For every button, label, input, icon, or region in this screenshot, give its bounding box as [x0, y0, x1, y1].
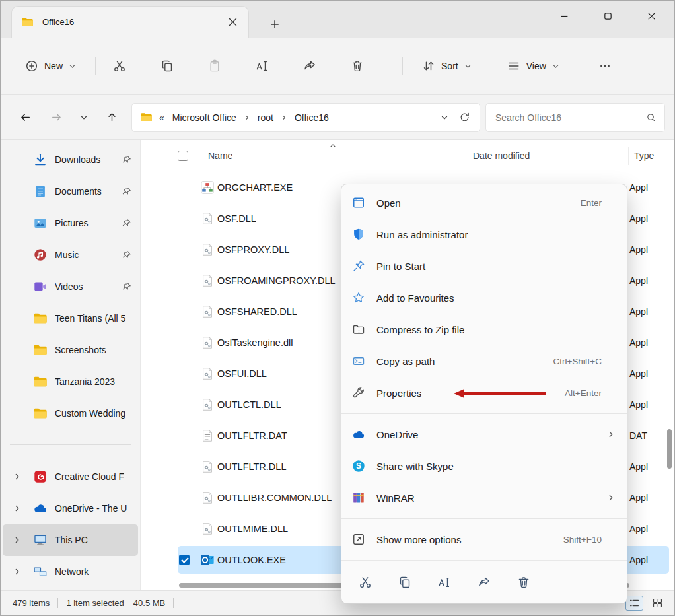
delete-button[interactable] — [344, 53, 371, 79]
context-menu-item-run-as-administrator[interactable]: Run as administrator — [341, 219, 627, 250]
chevron-slot — [13, 473, 33, 481]
cut-button[interactable] — [106, 53, 133, 79]
column-header-date-modified[interactable]: Date modified — [466, 147, 628, 166]
context-menu-item-show-more-options[interactable]: Show more options Shift+F10 — [341, 524, 627, 555]
annotation-arrow-shaft — [464, 392, 546, 395]
chevron-down-icon — [80, 114, 88, 121]
quick-action-cut[interactable] — [351, 568, 380, 597]
sort-button[interactable]: Sort — [413, 52, 480, 80]
quick-action-rename[interactable] — [430, 568, 459, 597]
search-input[interactable] — [495, 112, 646, 123]
separator — [10, 444, 131, 445]
up-button[interactable] — [100, 106, 123, 129]
quick-action-icon — [478, 576, 491, 589]
sidebar-item-documents[interactable]: Documents — [3, 176, 138, 207]
recent-locations-button[interactable] — [76, 106, 92, 129]
search-icon[interactable] — [646, 112, 657, 123]
sidebar-item-label: Custom Wedding — [55, 408, 138, 419]
breadcrumb-overflow[interactable]: « — [159, 112, 164, 123]
file-icon — [200, 180, 215, 195]
sidebar-item-music[interactable]: Music — [3, 239, 138, 271]
sidebar-item-label: Creative Cloud F — [55, 471, 138, 482]
file-icon — [200, 273, 215, 288]
sidebar-item-videos[interactable]: Videos — [3, 271, 138, 302]
delete-icon — [351, 59, 364, 73]
sidebar-item-label: Pictures — [55, 218, 118, 228]
chevron-right-icon[interactable] — [13, 504, 21, 512]
address-bar[interactable]: « Microsoft Office root Office16 — [131, 103, 480, 132]
new-button[interactable]: New — [17, 52, 85, 80]
explorer-tab[interactable]: Office16 — [12, 7, 248, 38]
quick-action-copy[interactable] — [390, 568, 419, 597]
breadcrumb-segment-microsoft-office[interactable]: Microsoft Office — [168, 110, 254, 125]
quick-action-share[interactable] — [470, 568, 499, 597]
chevron-right-icon[interactable] — [13, 473, 21, 481]
copy-icon — [160, 59, 174, 73]
pin-icon — [122, 282, 131, 292]
menu-item-label: Share with Skype — [376, 461, 616, 472]
copy-button[interactable] — [154, 53, 180, 79]
rename-button[interactable] — [249, 53, 275, 79]
breadcrumb-label: root — [254, 110, 277, 125]
menu-item-label: Compress to Zip file — [376, 324, 616, 335]
context-menu-item-share-with-skype[interactable]: S Share with Skype — [341, 450, 627, 482]
address-dropdown-icon[interactable] — [441, 114, 448, 121]
tab-close-icon[interactable] — [228, 17, 238, 27]
sidebar-item-pictures[interactable]: Pictures — [3, 207, 138, 239]
new-tab-button[interactable] — [266, 16, 283, 33]
details-view-button[interactable] — [625, 596, 643, 611]
context-menu-item-winrar[interactable]: WinRAR — [341, 482, 627, 514]
sidebar-item-this-pc[interactable]: This PC — [3, 524, 138, 556]
large-icons-view-button[interactable] — [649, 596, 666, 611]
context-menu-item-copy-as-path[interactable]: Copy as path Ctrl+Shift+C — [341, 345, 627, 377]
see-more-button[interactable] — [592, 53, 618, 79]
share-button[interactable] — [297, 53, 323, 79]
back-button[interactable] — [14, 106, 36, 129]
breadcrumb-segment-office16[interactable]: Office16 — [291, 110, 333, 125]
sidebar-item-onedrive-the-u[interactable]: OneDrive - The U — [3, 493, 138, 524]
file-icon — [200, 211, 215, 226]
column-header-name[interactable]: Name — [200, 140, 466, 172]
forward-button[interactable] — [45, 106, 67, 129]
sidebar-item-teen-titans-all-5[interactable]: Teen Titans (All 5 — [3, 302, 138, 334]
sidebar-item-network[interactable]: Network — [3, 556, 138, 588]
close-button[interactable] — [629, 1, 673, 31]
search-box[interactable] — [485, 103, 665, 132]
minimize-button[interactable] — [542, 1, 586, 31]
pin-icon — [122, 187, 131, 197]
context-menu-item-onedrive[interactable]: OneDrive — [341, 419, 627, 450]
date-header-label: Date modified — [473, 151, 530, 161]
file-icon — [200, 242, 215, 257]
column-header-type[interactable]: Type — [628, 147, 674, 166]
submenu-chevron-icon — [607, 430, 615, 438]
select-all-checkbox[interactable] — [178, 151, 188, 161]
sidebar-item-icon — [33, 374, 48, 389]
sidebar-item-custom-wedding[interactable]: Custom Wedding — [3, 397, 138, 429]
context-menu-item-compress-to-zip-file[interactable]: Compress to Zip file — [341, 314, 627, 345]
context-menu-item-add-to-favourites[interactable]: Add to Favourites — [341, 282, 627, 314]
view-button[interactable]: View — [499, 52, 568, 80]
sidebar-item-label: Documents — [55, 186, 118, 197]
sidebar-item-tanzania-2023[interactable]: Tanzania 2023 — [3, 366, 138, 397]
context-menu-item-pin-to-start[interactable]: Pin to Start — [341, 250, 627, 282]
sidebar-item-downloads[interactable]: Downloads — [3, 144, 138, 176]
sidebar-item-creative-cloud-f[interactable]: Creative Cloud F — [3, 461, 138, 493]
context-menu-item-open[interactable]: Open Enter — [341, 187, 627, 219]
quick-action-delete[interactable] — [509, 568, 538, 597]
breadcrumb-segment-root[interactable]: root — [254, 110, 291, 125]
vertical-scrollbar-thumb[interactable] — [667, 429, 672, 469]
maximize-button[interactable] — [586, 1, 629, 31]
paste-button[interactable] — [201, 53, 228, 79]
chevron-right-icon[interactable] — [13, 568, 21, 576]
breadcrumb-label: Microsoft Office — [168, 110, 240, 125]
row-checkbox[interactable] — [179, 555, 190, 565]
navigation-pane: Downloads Documents Pictures Music Video… — [1, 140, 141, 590]
new-button-label: New — [44, 61, 63, 71]
refresh-icon[interactable] — [459, 112, 470, 123]
maximize-icon — [604, 12, 612, 20]
menu-item-icon — [352, 491, 365, 504]
file-type: Appl — [628, 399, 669, 410]
chevron-right-icon[interactable] — [13, 536, 21, 544]
file-icon — [200, 491, 215, 505]
sidebar-item-screenshots[interactable]: Screenshots — [3, 334, 138, 366]
